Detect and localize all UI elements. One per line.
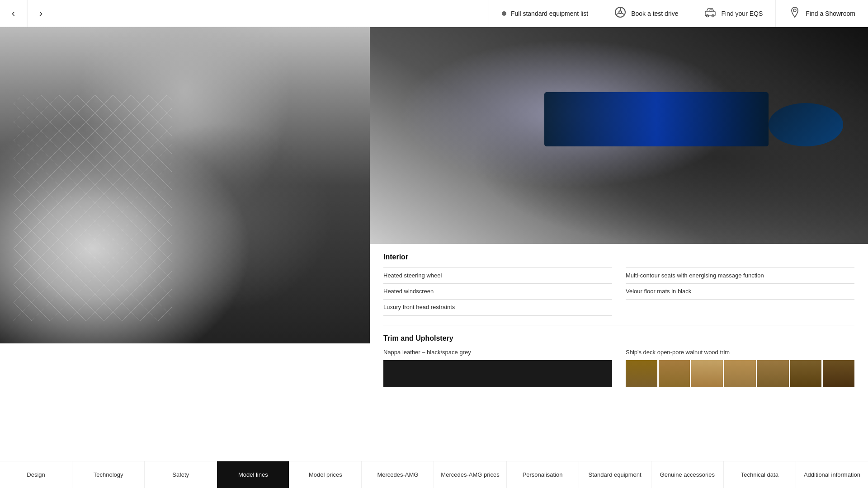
feature-multicontour-seats: Multi-contour seats with energising mass…	[626, 267, 854, 284]
bottom-nav-genuine-accessories[interactable]: Genuine accessories	[651, 461, 724, 488]
trim-section: Trim and Upholstery Nappa leather – blac…	[383, 334, 854, 387]
equipment-dot-icon	[502, 11, 506, 16]
nav-items: Full standard equipment list Book a test…	[489, 0, 868, 27]
bottom-nav-design[interactable]: Design	[0, 461, 72, 488]
wood-swatch-3[interactable]	[691, 360, 723, 387]
section-divider	[383, 325, 854, 325]
wood-swatch-6[interactable]	[790, 360, 822, 387]
svg-point-1	[619, 11, 622, 14]
wood-swatch-4[interactable]	[724, 360, 756, 387]
interior-right-col: Multi-contour seats with energising mass…	[626, 267, 854, 316]
info-section: Interior Heated steering wheel Heated wi…	[370, 244, 868, 434]
next-arrow[interactable]: ›	[27, 0, 54, 27]
test-drive-label: Book a test drive	[631, 10, 678, 17]
interior-section: Interior Heated steering wheel Heated wi…	[383, 253, 854, 316]
interior-left-col: Heated steering wheel Heated windscreen …	[383, 267, 612, 316]
wood-col: Ship's deck open-pore walnut wood trim	[626, 349, 854, 387]
bottom-nav-model-lines[interactable]: Model lines	[217, 461, 289, 488]
steering-wheel-icon	[614, 6, 627, 21]
leather-col: Nappa leather – black/space grey	[383, 349, 612, 387]
equipment-list-label: Full standard equipment list	[511, 10, 588, 17]
bottom-nav-safety[interactable]: Safety	[145, 461, 217, 488]
feature-head-restraints: Luxury front head restraints	[383, 300, 612, 315]
trim-title: Trim and Upholstery	[383, 334, 854, 343]
right-car-image	[370, 27, 868, 244]
wood-swatch-7[interactable]	[823, 360, 854, 387]
bottom-navigation: Design Technology Safety Model lines Mod…	[0, 461, 868, 488]
interior-left-list: Heated steering wheel Heated windscreen …	[383, 267, 612, 316]
svg-point-9	[793, 9, 796, 12]
bottom-nav-personalisation[interactable]: Personalisation	[507, 461, 579, 488]
feature-velour-mats: Velour floor mats in black	[626, 284, 854, 300]
feature-heated-steering: Heated steering wheel	[383, 267, 612, 284]
nav-item-find-eqs[interactable]: Find your EQS	[691, 0, 775, 27]
interior-columns: Heated steering wheel Heated windscreen …	[383, 267, 854, 316]
nav-item-equipment-list[interactable]: Full standard equipment list	[489, 0, 601, 27]
wood-swatches	[626, 360, 854, 387]
interior-title: Interior	[383, 253, 854, 261]
bottom-nav-amg-prices[interactable]: Mercedes-AMG prices	[434, 461, 506, 488]
bottom-nav-mercedes-amg[interactable]: Mercedes-AMG	[362, 461, 434, 488]
left-car-image	[0, 27, 370, 343]
bottom-nav-technical-data[interactable]: Technical data	[724, 461, 796, 488]
svg-line-4	[622, 13, 624, 14]
leather-label: Nappa leather – black/space grey	[383, 349, 612, 356]
showroom-label: Find a Showroom	[806, 10, 855, 17]
bottom-nav-additional-info[interactable]: Additional information	[796, 461, 868, 488]
car-icon	[704, 6, 717, 21]
svg-rect-10	[14, 95, 172, 321]
wood-swatch-1[interactable]	[626, 360, 657, 387]
find-eqs-label: Find your EQS	[721, 10, 763, 17]
bottom-nav-technology[interactable]: Technology	[72, 461, 145, 488]
wood-swatch-5[interactable]	[757, 360, 789, 387]
main-content: Interior Heated steering wheel Heated wi…	[0, 27, 868, 434]
feature-heated-windscreen: Heated windscreen	[383, 284, 612, 300]
wood-swatch-2[interactable]	[659, 360, 690, 387]
trim-columns: Nappa leather – black/space grey Ship's …	[383, 349, 854, 387]
bottom-nav-model-prices[interactable]: Model prices	[289, 461, 362, 488]
pin-icon	[788, 6, 801, 21]
top-navigation: ‹ › Full standard equipment list Book a …	[0, 0, 868, 27]
bottom-nav-standard-equipment[interactable]: Standard equipment	[579, 461, 651, 488]
nav-item-showroom[interactable]: Find a Showroom	[775, 0, 868, 27]
leather-swatch[interactable]	[383, 360, 612, 387]
prev-arrow[interactable]: ‹	[0, 0, 27, 27]
wood-label: Ship's deck open-pore walnut wood trim	[626, 349, 854, 356]
svg-line-3	[617, 13, 619, 14]
interior-right-list: Multi-contour seats with energising mass…	[626, 267, 854, 300]
nav-item-test-drive[interactable]: Book a test drive	[601, 0, 691, 27]
right-panel: Interior Heated steering wheel Heated wi…	[370, 27, 868, 434]
